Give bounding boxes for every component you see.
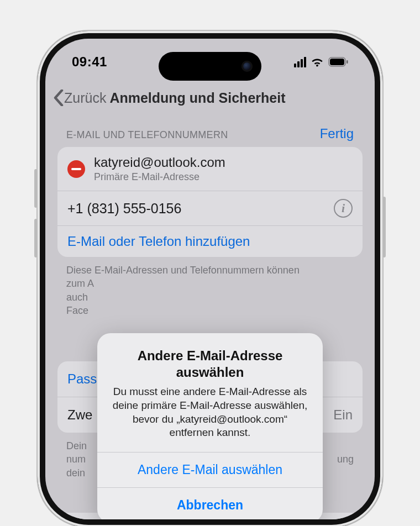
section-header: E-MAIL UND TELEFONNUMMERN Fertig: [57, 126, 363, 147]
back-label: Zurück: [64, 90, 106, 106]
chevron-left-icon: [53, 90, 64, 106]
battery-icon: [328, 57, 348, 67]
add-row[interactable]: E-Mail oder Telefon hinzufügen: [57, 226, 363, 257]
contact-card: katyreid@outlook.com Primäre E-Mail-Adre…: [57, 147, 363, 257]
wifi-icon: [311, 57, 324, 67]
camera-icon: [242, 61, 253, 72]
alert-dialog: Andere E-Mail-Adresse auswählen Du musst…: [97, 333, 323, 519]
status-time: 09:41: [72, 54, 107, 70]
delete-icon[interactable]: [67, 160, 85, 178]
page-title: Anmeldung und Sicherheit: [109, 90, 285, 106]
add-link: E-Mail oder Telefon hinzufügen: [67, 234, 250, 249]
alert-title: Andere E-Mail-Adresse auswählen: [112, 348, 308, 381]
nav-bar: Zurück Anmeldung und Sicherheit: [45, 90, 375, 106]
section-label: E-MAIL UND TELEFONNUMMERN: [66, 129, 228, 141]
power-button: [382, 197, 386, 257]
alert-choose-button[interactable]: Andere E-Mail auswählen: [97, 452, 323, 487]
primary-email: katyreid@outlook.com: [94, 155, 225, 170]
done-button[interactable]: Fertig: [320, 126, 354, 141]
alert-body: Andere E-Mail-Adresse auswählen Du musst…: [97, 333, 323, 452]
phone-number: +1 (831) 555-0156: [67, 201, 181, 217]
svg-rect-1: [330, 59, 344, 65]
info-icon[interactable]: i: [334, 199, 353, 218]
dynamic-island: [159, 52, 261, 81]
password-label: Pass: [67, 371, 97, 387]
twofa-label: Zwe: [67, 407, 92, 423]
back-button[interactable]: Zurück: [53, 90, 106, 106]
section-footer: Diese E-Mail-Adressen und Telefonnummern…: [57, 257, 363, 317]
primary-email-sub: Primäre E-Mail-Adresse: [94, 171, 225, 183]
svg-rect-2: [347, 60, 348, 64]
email-block: katyreid@outlook.com Primäre E-Mail-Adre…: [94, 155, 225, 183]
phone-row[interactable]: +1 (831) 555-0156 i: [57, 191, 363, 226]
email-row[interactable]: katyreid@outlook.com Primäre E-Mail-Adre…: [57, 147, 363, 191]
cellular-icon: [294, 57, 306, 67]
iphone-frame: 09:41 Zurück Anmeldung und Sicherheit E-…: [38, 31, 382, 526]
screen: 09:41 Zurück Anmeldung und Sicherheit E-…: [45, 39, 375, 519]
status-icons: [294, 54, 348, 70]
alert-cancel-button[interactable]: Abbrechen: [97, 487, 323, 519]
alert-message: Du musst eine andere E-Mail-Adresse als …: [112, 385, 308, 440]
twofa-value: Ein: [333, 407, 353, 423]
